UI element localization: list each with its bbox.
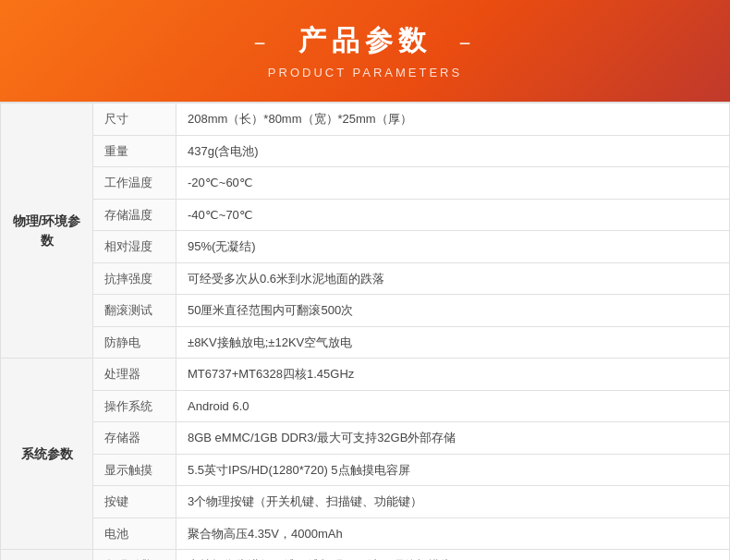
table-row: 存储温度-40℃~70℃ bbox=[1, 199, 730, 231]
dash-left: － bbox=[249, 30, 276, 55]
category-cell: 系统参数 bbox=[1, 359, 93, 550]
param-label: 按键 bbox=[93, 486, 176, 518]
param-label: 存储器 bbox=[93, 422, 176, 455]
param-value: MT6737+MT6328四核1.45GHz bbox=[176, 359, 730, 391]
param-value: 437g(含电池) bbox=[176, 135, 730, 167]
param-label: 条码引擎 bbox=[93, 550, 176, 561]
param-value: -40℃~70℃ bbox=[176, 199, 730, 231]
table-row: 电池聚合物高压4.35V，4000mAh bbox=[1, 517, 730, 550]
table-row: 显示触摸5.5英寸IPS/HD(1280*720) 5点触摸电容屏 bbox=[1, 454, 730, 486]
header-title-en: PRODUCT PARAMETERS bbox=[268, 66, 462, 79]
param-value: 208mm（长）*80mm（宽）*25mm（厚） bbox=[176, 103, 730, 135]
dash-right: － bbox=[454, 30, 481, 55]
table-row: 工作温度-20℃~60℃ bbox=[1, 167, 730, 200]
category-cell: 物理/环境参数 bbox=[1, 103, 93, 359]
header-title-cn: － 产品参数 － bbox=[239, 22, 492, 60]
param-label: 显示触摸 bbox=[93, 454, 176, 486]
param-value: 95%(无凝结) bbox=[176, 231, 730, 263]
param-label: 电池 bbox=[93, 517, 176, 550]
cn-title-text: 产品参数 bbox=[298, 25, 432, 55]
table-row: 存储器8GB eMMC/1GB DDR3/最大可支持32GB外部存储 bbox=[1, 422, 730, 455]
param-value: 可经受多次从0.6米到水泥地面的跌落 bbox=[176, 262, 730, 295]
param-label: 抗摔强度 bbox=[93, 262, 176, 295]
param-label: 相对湿度 bbox=[93, 231, 176, 263]
table-row: 物理/环境参数尺寸208mm（长）*80mm（宽）*25mm（厚） bbox=[1, 103, 730, 135]
param-value: -20℃~60℃ bbox=[176, 167, 730, 200]
param-value: ±8KV接触放电;±12KV空气放电 bbox=[176, 326, 730, 359]
param-label: 尺寸 bbox=[93, 103, 176, 135]
param-label: 工作温度 bbox=[93, 167, 176, 200]
param-label: 操作系统 bbox=[93, 390, 176, 422]
param-value: 5.5英寸IPS/HD(1280*720) 5点触摸电容屏 bbox=[176, 454, 730, 486]
params-table-container: 物理/环境参数尺寸208mm（长）*80mm（宽）*25mm（厚）重量437g(… bbox=[0, 102, 730, 560]
table-row: 抗摔强度可经受多次从0.6米到水泥地面的跌落 bbox=[1, 262, 730, 295]
param-label: 处理器 bbox=[93, 359, 176, 391]
table-row: 相对湿度95%(无凝结) bbox=[1, 231, 730, 263]
param-label: 翻滚测试 bbox=[93, 295, 176, 327]
category-cell: 功能配置 bbox=[1, 550, 93, 561]
table-row: 按键3个物理按键（开关机键、扫描键、功能键） bbox=[1, 486, 730, 518]
table-row: 重量437g(含电池) bbox=[1, 135, 730, 167]
param-value: 8GB eMMC/1GB DDR3/最大可支持32GB外部存储 bbox=[176, 422, 730, 455]
param-value: Android 6.0 bbox=[176, 390, 730, 422]
table-row: 系统参数处理器MT6737+MT6328四核1.45GHz bbox=[1, 359, 730, 391]
table-row: 防静电±8KV接触放电;±12KV空气放电 bbox=[1, 326, 730, 359]
param-value: 聚合物高压4.35V，4000mAh bbox=[176, 517, 730, 550]
param-value: 50厘米直径范围内可翻滚500次 bbox=[176, 295, 730, 327]
table-row: 操作系统Android 6.0 bbox=[1, 390, 730, 422]
table-row: 功能配置条码引擎支持摄像头进行一维二维扫码，可选：硬件扫描头 bbox=[1, 550, 730, 561]
table-row: 翻滚测试50厘米直径范围内可翻滚500次 bbox=[1, 295, 730, 327]
param-label: 重量 bbox=[93, 135, 176, 167]
param-label: 防静电 bbox=[93, 326, 176, 359]
param-label: 存储温度 bbox=[93, 199, 176, 231]
page-header: － 产品参数 － PRODUCT PARAMETERS bbox=[0, 0, 730, 102]
param-value: 支持摄像头进行一维二维扫码，可选：硬件扫描头 bbox=[176, 550, 730, 561]
param-value: 3个物理按键（开关机键、扫描键、功能键） bbox=[176, 486, 730, 518]
params-table: 物理/环境参数尺寸208mm（长）*80mm（宽）*25mm（厚）重量437g(… bbox=[0, 102, 730, 560]
